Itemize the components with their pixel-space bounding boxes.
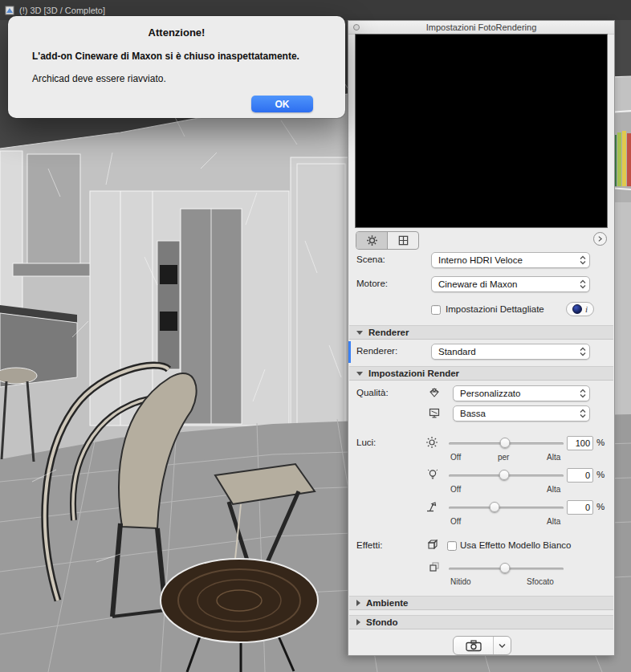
slider-knob[interactable] (490, 502, 500, 512)
alert-dialog: Attenzione! L'add-on Cineware di Maxon s… (8, 16, 345, 118)
motore-value: Cineware di Maxon (438, 279, 517, 289)
render-camera-split-button (453, 636, 511, 655)
disclosure-down-icon (356, 372, 363, 376)
blur-icon (428, 560, 441, 573)
view-3d-icon (5, 6, 14, 15)
camera-icon (465, 639, 482, 652)
scena-dropdown[interactable]: Interno HDRI Veloce (431, 252, 590, 268)
chevron-updown-icon (580, 255, 586, 266)
section-impostazioni-render[interactable]: Impostazioni Render (349, 366, 613, 381)
slider-track[interactable] (449, 507, 564, 509)
door (291, 157, 352, 453)
dettagliate-label: Impostazioni Dettagliate (446, 304, 544, 314)
effetti-label: Effetti: (356, 540, 382, 550)
preview-mode-tabs (356, 231, 419, 250)
percent-sign: % (596, 502, 605, 511)
renderer-value: Standard (438, 347, 476, 356)
app-window: (!) 3D [3D / Completo] Impostazioni Foto… (0, 0, 631, 672)
cinema4d-info-button[interactable]: i (566, 302, 594, 316)
chevron-down-icon (499, 643, 506, 649)
camera-options-button[interactable] (493, 637, 511, 654)
section-renderer-label: Renderer (368, 328, 409, 337)
luci-lamp-slider[interactable] (449, 467, 564, 483)
chevron-updown-icon (580, 279, 586, 290)
alert-title: Attenzione! (8, 16, 345, 39)
chevron-updown-icon (580, 409, 586, 419)
section-ambiente-label: Ambiente (366, 598, 408, 608)
slider-knob[interactable] (499, 470, 509, 480)
ok-button[interactable]: OK (251, 96, 313, 112)
qualita-label: Qualità: (356, 388, 389, 397)
grid-icon (397, 234, 409, 246)
luci-sun-value[interactable]: 100 (567, 436, 593, 450)
info-icon: i (585, 304, 588, 314)
chevron-right-icon (596, 235, 604, 242)
panel-close-button[interactable] (353, 24, 360, 31)
renderer-label: Renderer: (356, 346, 397, 356)
chevron-updown-icon (580, 389, 586, 399)
luci-sun-slider[interactable] (449, 435, 564, 451)
tick-alta: Alta (547, 453, 560, 462)
sun-icon (425, 436, 438, 449)
qualita-dropdown[interactable]: Personalizzato (453, 385, 590, 401)
disclosure-right-icon (356, 619, 360, 625)
renderer-dropdown[interactable]: Standard (431, 344, 590, 360)
tab-preview-grid[interactable] (387, 232, 418, 249)
scena-label: Scena: (356, 255, 385, 264)
qualita2-dropdown[interactable]: Bassa (453, 405, 590, 422)
chevron-updown-icon (580, 347, 586, 357)
slider-knob[interactable] (500, 438, 511, 448)
focus-accent (348, 341, 351, 363)
oven-column (157, 241, 180, 369)
scena-value: Interno HDRI Veloce (438, 255, 523, 265)
section-renderer[interactable]: Renderer (349, 325, 613, 340)
panel-expand-button[interactable] (593, 232, 607, 246)
lamp-icon (425, 500, 438, 513)
white-model-checkbox[interactable] (447, 541, 457, 551)
motore-label: Motore: (356, 279, 388, 288)
percent-sign: % (596, 470, 605, 479)
photorendering-panel: Impostazioni FotoRendering (348, 20, 615, 656)
tick-nitido: Nitido (450, 577, 471, 586)
tick-alta: Alta (547, 485, 560, 494)
section-impostazioni-render-label: Impostazioni Render (368, 369, 459, 378)
alert-message: Archicad deve essere riavviato. (32, 73, 321, 84)
tick-alta: Alta (547, 517, 560, 526)
section-ambiente[interactable]: Ambiente (349, 596, 613, 610)
render-camera-button[interactable] (454, 637, 493, 654)
alert-message-bold: L'add-on Cineware di Maxon si è chiuso i… (32, 51, 321, 62)
bulb-icon (426, 468, 439, 481)
render-preview (355, 34, 608, 228)
gear-icon (366, 234, 378, 246)
tick-off: Off (450, 517, 461, 526)
cinema4d-ball-icon (572, 304, 582, 314)
panel-title: Impostazioni FotoRendering (348, 21, 614, 35)
tab-3d-completo[interactable]: (!) 3D [3D / Completo] (19, 6, 105, 15)
display-icon (428, 406, 441, 419)
dettagliate-checkbox[interactable] (431, 305, 441, 315)
qualita2-value: Bassa (460, 409, 486, 418)
cube-icon (426, 538, 439, 551)
section-sfondo-label: Sfondo (366, 617, 398, 627)
percent-sign: % (596, 438, 605, 447)
section-sfondo[interactable]: Sfondo (349, 615, 613, 629)
tab-settings-gear[interactable] (356, 232, 387, 249)
tick-sfocato: Sfocato (527, 577, 554, 586)
tick-off: Off (450, 453, 461, 462)
luci-desk-slider[interactable] (449, 499, 564, 515)
kitchen-hood (27, 154, 80, 265)
slider-knob[interactable] (500, 563, 511, 573)
disclosure-down-icon (356, 331, 363, 335)
luci-label: Luci: (356, 438, 376, 447)
tick-off: Off (450, 485, 461, 494)
luci-lamp-value[interactable]: 0 (567, 468, 593, 483)
tick-per: per (498, 453, 509, 462)
diamond-quality-icon (428, 386, 441, 399)
white-model-label: Usa Effetto Modello Bianco (460, 540, 572, 550)
disclosure-right-icon (356, 600, 360, 606)
qualita-value: Personalizzato (460, 389, 520, 398)
luci-desk-value[interactable]: 0 (567, 500, 593, 515)
motore-dropdown[interactable]: Cineware di Maxon (431, 276, 590, 292)
blur-slider[interactable] (449, 560, 564, 576)
